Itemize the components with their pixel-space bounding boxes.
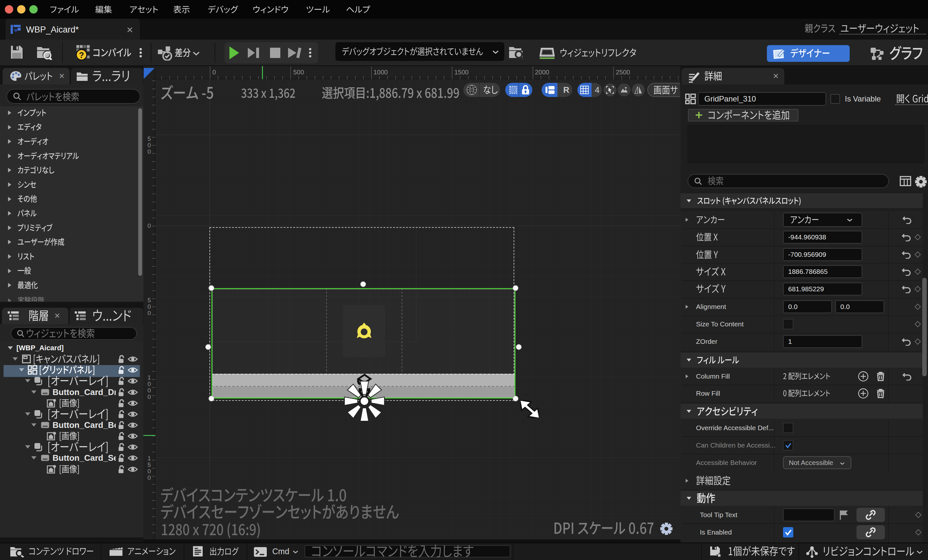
svg-text:?: ?	[79, 50, 84, 60]
